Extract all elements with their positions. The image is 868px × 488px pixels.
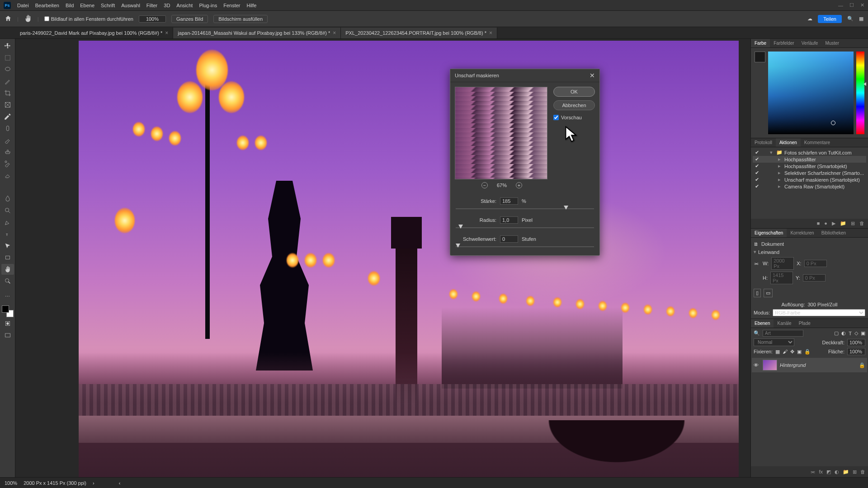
- hue-slider[interactable]: [856, 52, 864, 134]
- tab-verlaeufe[interactable]: Verläufe: [798, 39, 822, 47]
- amount-slider[interactable]: [456, 206, 594, 212]
- foreground-sample[interactable]: [755, 52, 765, 62]
- visibility-check-icon[interactable]: ✔: [754, 183, 760, 189]
- menu-plugins[interactable]: Plug-ins: [199, 3, 217, 8]
- filter-pixel-icon[interactable]: ▢: [834, 330, 839, 336]
- zoom-level-field[interactable]: 100%: [139, 15, 166, 23]
- edit-toolbar-icon[interactable]: ⋯: [1, 291, 14, 302]
- zoom-in-icon[interactable]: +: [516, 182, 522, 188]
- scroll-all-windows-checkbox[interactable]: Bildlauf in allen Fenstern durchführen: [44, 16, 133, 22]
- tab-muster[interactable]: Muster: [821, 39, 843, 47]
- document-tab[interactable]: paris-2499022_David Mark auf Pixabay.jpg…: [15, 28, 173, 38]
- visibility-check-icon[interactable]: ✔: [754, 170, 760, 176]
- play-icon[interactable]: ▶: [832, 221, 835, 226]
- eyedropper-tool-icon[interactable]: [1, 111, 14, 122]
- layer-style-icon[interactable]: fx: [819, 469, 823, 474]
- quick-mask-icon[interactable]: [1, 318, 14, 329]
- orientation-landscape-icon[interactable]: ▭: [764, 289, 773, 297]
- layer-thumbnail[interactable]: [763, 360, 777, 371]
- search-icon[interactable]: 🔍: [754, 330, 760, 336]
- threshold-field[interactable]: 0: [500, 235, 518, 243]
- visibility-check-icon[interactable]: ✔: [754, 150, 760, 155]
- window-minimize-icon[interactable]: —: [838, 3, 843, 8]
- visibility-check-icon[interactable]: ✔: [754, 156, 760, 162]
- tab-korrekturen[interactable]: Korrekturen: [787, 229, 817, 237]
- tab-aktionen[interactable]: Aktionen: [776, 138, 801, 147]
- type-tool-icon[interactable]: T: [1, 229, 14, 239]
- tab-farbe[interactable]: Farbe: [751, 39, 770, 47]
- color-picker-ring-icon[interactable]: [831, 121, 835, 125]
- chevron-down-icon[interactable]: ▾: [770, 150, 774, 155]
- action-row[interactable]: ✔ ▸ Camera Raw (Smartobjekt): [753, 183, 866, 190]
- filter-type-icon[interactable]: T: [849, 331, 852, 336]
- color-swatches[interactable]: [2, 305, 14, 317]
- height-field[interactable]: 1415 Px: [770, 272, 793, 284]
- eraser-tool-icon[interactable]: [1, 170, 14, 181]
- record-icon[interactable]: ●: [824, 221, 827, 226]
- menu-schrift[interactable]: Schrift: [101, 3, 115, 8]
- dialog-close-icon[interactable]: ✕: [590, 72, 595, 79]
- crop-tool-icon[interactable]: [1, 88, 14, 99]
- menu-filter[interactable]: Filter: [146, 3, 157, 8]
- y-field[interactable]: 0 Px: [803, 274, 826, 282]
- orientation-portrait-icon[interactable]: ▯: [754, 289, 761, 297]
- amount-slider-thumb-icon[interactable]: [564, 206, 568, 210]
- lasso-tool-icon[interactable]: [1, 64, 14, 75]
- amount-field[interactable]: 185: [500, 197, 518, 205]
- blend-mode-select[interactable]: Normal: [754, 338, 794, 346]
- lock-position-icon[interactable]: ✥: [790, 349, 794, 355]
- visibility-check-icon[interactable]: ✔: [754, 163, 760, 169]
- zoom-tool-icon[interactable]: [1, 276, 14, 286]
- history-brush-tool-icon[interactable]: [1, 158, 14, 169]
- hand-tool-icon[interactable]: [1, 264, 14, 275]
- status-zoom[interactable]: 100%: [5, 480, 17, 486]
- clone-stamp-tool-icon[interactable]: [1, 146, 14, 157]
- fill-field[interactable]: 100%: [847, 348, 865, 355]
- cloud-icon[interactable]: ☁: [807, 16, 812, 22]
- magic-wand-tool-icon[interactable]: [1, 76, 14, 87]
- tab-ebenen[interactable]: Ebenen: [751, 319, 774, 328]
- tab-close-icon[interactable]: ×: [165, 30, 168, 36]
- preview-checkbox[interactable]: Vorschau: [553, 115, 595, 120]
- share-button[interactable]: Teilen: [818, 15, 842, 23]
- tab-protokoll[interactable]: Protokoll: [751, 138, 776, 147]
- tab-eigenschaften[interactable]: Eigenschaften: [751, 229, 787, 237]
- menu-auswahl[interactable]: Auswahl: [121, 3, 140, 8]
- search-icon[interactable]: 🔍: [847, 16, 854, 22]
- healing-brush-tool-icon[interactable]: [1, 123, 14, 134]
- menu-bearbeiten[interactable]: Bearbeiten: [35, 3, 59, 8]
- filter-smart-icon[interactable]: ▣: [861, 330, 865, 336]
- document-tab[interactable]: japan-2014618_Masashi Wakui auf Pixabay.…: [173, 28, 341, 38]
- menu-bild[interactable]: Bild: [66, 3, 74, 8]
- tab-pfade[interactable]: Pfade: [795, 319, 814, 328]
- gradient-tool-icon[interactable]: [1, 182, 14, 192]
- menu-ansicht[interactable]: Ansicht: [176, 3, 193, 8]
- new-action-icon[interactable]: ⊞: [851, 221, 855, 226]
- visibility-check-icon[interactable]: ✔: [754, 177, 760, 183]
- filter-adjust-icon[interactable]: ◐: [841, 330, 846, 336]
- window-close-icon[interactable]: ✕: [860, 2, 864, 8]
- link-icon[interactable]: ⫘: [754, 261, 760, 266]
- menu-datei[interactable]: Datei: [17, 3, 29, 8]
- dialog-preview-image[interactable]: [455, 87, 547, 179]
- radius-slider-thumb-icon[interactable]: [458, 225, 463, 229]
- width-field[interactable]: 2000 Px: [771, 257, 794, 270]
- chevron-right-icon[interactable]: ›: [93, 480, 94, 486]
- menu-ebene[interactable]: Ebene: [80, 3, 94, 8]
- action-row[interactable]: ✔ ▸ Hochpassfilter: [753, 156, 866, 163]
- blur-tool-icon[interactable]: [1, 193, 14, 204]
- chevron-right-icon[interactable]: ▸: [778, 170, 783, 176]
- layer-lock-icon[interactable]: 🔒: [859, 362, 865, 368]
- action-row[interactable]: ✔ ▸ Selektiver Scharfzeichner (Smarto...: [753, 169, 866, 176]
- document-tab[interactable]: PXL_20230422_122623454.PORTRAIT.jpg bei …: [341, 28, 497, 38]
- menu-hilfe[interactable]: Hilfe: [246, 3, 256, 8]
- chevron-right-icon[interactable]: ▸: [778, 177, 783, 183]
- cancel-button[interactable]: Abbrechen: [553, 100, 595, 110]
- tab-farbfelder[interactable]: Farbfelder: [770, 39, 798, 47]
- lock-all-icon[interactable]: 🔒: [804, 349, 811, 355]
- hue-slider-thumb-icon[interactable]: [863, 82, 866, 86]
- marquee-tool-icon[interactable]: [1, 52, 14, 63]
- lock-transparent-icon[interactable]: ▦: [775, 349, 780, 355]
- tab-kanaele[interactable]: Kanäle: [774, 319, 795, 328]
- tab-bibliotheken[interactable]: Bibliotheken: [818, 229, 849, 237]
